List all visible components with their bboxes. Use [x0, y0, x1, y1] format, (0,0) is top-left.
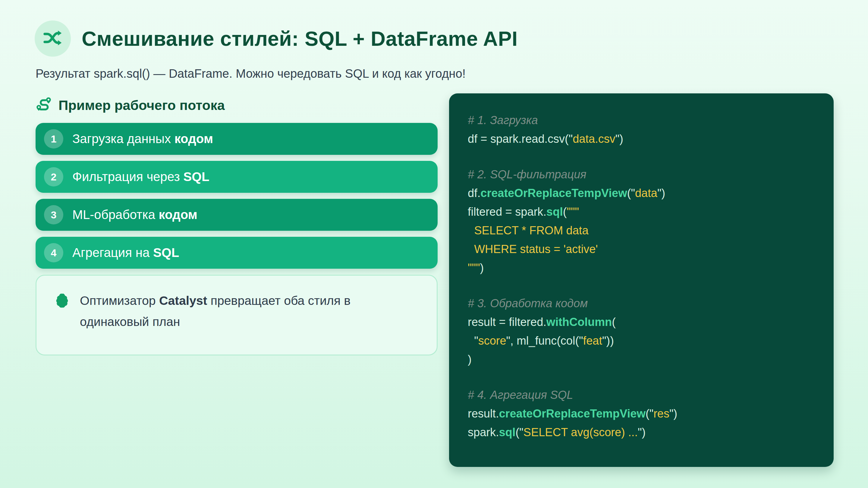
code-token: result = filtered.: [468, 316, 547, 328]
catalyst-note-card: Оптимизатор Catalyst превращает оба стил…: [36, 275, 438, 355]
code-token: "): [670, 407, 677, 420]
code-token: (": [627, 187, 635, 199]
workflow-step-1: 1 Загрузка данных кодом: [36, 123, 438, 155]
slide-header: Смешивание стилей: SQL + DataFrame API: [35, 21, 518, 57]
workflow-step-2: 2 Фильтрация через SQL: [36, 161, 438, 193]
code-token: spark.: [468, 426, 499, 438]
code-line: spark.sql("SELECT avg(score) ..."): [468, 423, 815, 442]
workflow-heading: Пример рабочего потока: [36, 96, 438, 115]
code-token: result.: [468, 407, 499, 420]
code-line: SELECT * FROM data: [468, 221, 815, 240]
code-comment: # 1. Загрузка: [468, 111, 815, 130]
step-label-bold: кодом: [175, 132, 213, 146]
code-section: # 1. Загрузкаdf = spark.read.csv("data.c…: [468, 111, 815, 148]
workflow-step-3: 3 ML-обработка кодом: [36, 199, 438, 231]
step-number-badge: 4: [44, 243, 63, 262]
code-token: df = spark.read.csv(": [468, 133, 572, 145]
page-title: Смешивание стилей: SQL + DataFrame API: [82, 27, 518, 50]
code-section: # 4. Агрегация SQLresult.createOrReplace…: [468, 386, 815, 442]
code-line: "score", ml_func(col("feat")): [468, 331, 815, 350]
step-label: Агрегация на SQL: [72, 246, 179, 260]
code-token: res: [653, 407, 670, 420]
step-label-regular: Агрегация на: [72, 246, 153, 260]
code-token: ): [480, 261, 484, 274]
step-label-regular: Загрузка данных: [72, 132, 175, 146]
code-line: df.createOrReplaceTempView("data"): [468, 184, 815, 202]
code-token: "): [615, 133, 623, 145]
code-token: (": [646, 407, 653, 420]
step-label: ML-обработка кодом: [72, 207, 197, 222]
code-comment: # 3. Обработка кодом: [468, 294, 815, 313]
code-line: df = spark.read.csv("data.csv"): [468, 130, 815, 148]
code-token: df.: [468, 187, 480, 199]
code-token: ): [468, 353, 472, 366]
code-line: result = filtered.withColumn(: [468, 313, 815, 331]
code-line: filtered = spark.sql(""": [468, 202, 815, 221]
step-label-bold: кодом: [159, 207, 197, 222]
code-token: score: [478, 334, 506, 347]
code-token: "): [638, 426, 646, 438]
brain-icon: [53, 292, 71, 311]
code-line: """): [468, 258, 815, 277]
step-label-regular: Фильтрация через: [72, 170, 183, 184]
code-comment: # 2. SQL-фильтрация: [468, 165, 815, 184]
code-token: WHERE status = 'active': [468, 243, 598, 255]
code-token: """: [567, 205, 579, 218]
code-token: createOrReplaceTempView: [480, 187, 627, 199]
note-text-bold: Catalyst: [159, 294, 207, 307]
code-token: createOrReplaceTempView: [499, 407, 646, 420]
step-label: Загрузка данных кодом: [72, 132, 213, 146]
step-label: Фильтрация через SQL: [72, 170, 210, 184]
code-token: withColumn: [547, 316, 612, 328]
step-label-bold: SQL: [183, 170, 209, 184]
workflow-column: Пример рабочего потока 1 Загрузка данных…: [36, 96, 438, 355]
step-label-regular: ML-обработка: [72, 207, 159, 222]
code-token: ", ml_func(col(": [506, 334, 583, 347]
catalyst-note-text: Оптимизатор Catalyst превращает оба стил…: [80, 290, 375, 332]
step-number-badge: 3: [44, 205, 63, 224]
code-token: SELECT avg(score) ...: [524, 426, 638, 438]
route-icon: [36, 96, 53, 115]
code-line: WHERE status = 'active': [468, 240, 815, 258]
step-number-badge: 1: [44, 129, 63, 149]
code-line: ): [468, 350, 815, 369]
step-number-badge: 2: [44, 167, 63, 187]
code-token: sql: [499, 426, 516, 438]
shuffle-icon: [43, 28, 62, 49]
code-token: data.csv: [572, 133, 615, 145]
code-panel: # 1. Загрузкаdf = spark.read.csv("data.c…: [449, 93, 834, 467]
code-token: SELECT * FROM data: [468, 224, 589, 237]
code-token: """: [468, 261, 480, 274]
code-token: filtered = spark.: [468, 205, 547, 218]
code-token: ")): [602, 334, 614, 347]
code-token: data: [635, 187, 657, 199]
code-comment: # 4. Агрегация SQL: [468, 386, 815, 404]
code-token: feat: [583, 334, 602, 347]
step-label-bold: SQL: [153, 246, 179, 260]
code-token: (: [612, 316, 616, 328]
code-token: "): [657, 187, 665, 199]
code-section: # 2. SQL-фильтрацияdf.createOrReplaceTem…: [468, 165, 815, 277]
code-token: sql: [547, 205, 563, 218]
code-section: # 3. Обработка кодомresult = filtered.wi…: [468, 294, 815, 369]
workflow-heading-label: Пример рабочего потока: [59, 98, 225, 113]
page-subtitle: Результат spark.sql() — DataFrame. Можно…: [36, 67, 466, 80]
code-line: result.createOrReplaceTempView("res"): [468, 404, 815, 423]
workflow-step-4: 4 Агрегация на SQL: [36, 237, 438, 269]
title-badge: [35, 21, 71, 57]
code-token: ": [468, 334, 478, 347]
code-token: (: [563, 205, 567, 218]
code-token: (": [516, 426, 523, 438]
note-text-pre: Оптимизатор: [80, 294, 159, 307]
